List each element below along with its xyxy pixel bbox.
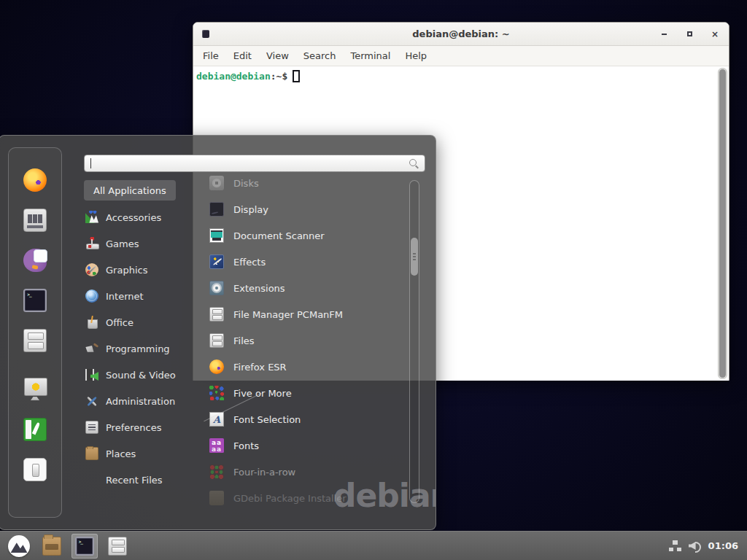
terminal-menu-edit[interactable]: Edit (228, 48, 257, 63)
category-programming[interactable]: Programming (84, 335, 205, 362)
app-item-files[interactable]: Files (205, 327, 425, 354)
preferences-icon (85, 421, 98, 434)
close-button[interactable]: × (710, 29, 720, 39)
favorite-screensaver[interactable] (23, 378, 47, 404)
app-item-file-manager-pcmanfm[interactable]: File Manager PCManFM (205, 301, 425, 327)
network-icon[interactable] (669, 540, 681, 551)
search-caret (90, 158, 91, 168)
category-office[interactable]: Office (84, 309, 205, 335)
distro-logo-icon (8, 535, 30, 557)
app-item-fonts[interactable]: Fonts (205, 432, 425, 459)
application-list-scrollbar-handle[interactable] (411, 238, 418, 276)
category-label: Preferences (106, 422, 161, 433)
category-label: Programming (106, 343, 170, 354)
prompt-user-host: debian@debian (196, 71, 271, 82)
category-graphics[interactable]: Graphics (84, 257, 205, 283)
menu-main: All ApplicationsAccessoriesGamesGraphics… (62, 136, 436, 529)
favorite-shutdown[interactable] (23, 458, 47, 484)
app-item-font-selection[interactable]: Font Selection (205, 406, 425, 432)
file-cabinet-icon (209, 307, 224, 322)
minimize-button[interactable] (659, 29, 669, 39)
app-item-label: Five or More (233, 388, 292, 399)
category-label: Administration (106, 396, 175, 407)
terminal-menu-terminal[interactable]: Terminal (345, 48, 395, 63)
category-preferences[interactable]: Preferences (84, 414, 205, 440)
favorite-logout[interactable] (23, 418, 47, 444)
app-item-label: Files (233, 335, 255, 346)
five-or-more-icon (209, 386, 224, 400)
programming-icon (85, 342, 98, 355)
favorite-pidgin[interactable] (23, 249, 47, 275)
category-recent-files[interactable]: Recent Files (84, 467, 205, 493)
terminal-menu-search[interactable]: Search (298, 48, 341, 63)
category-administration[interactable]: Administration (84, 388, 205, 414)
app-item-extensions[interactable]: Extensions (205, 275, 425, 301)
category-accessories[interactable]: Accessories (84, 204, 205, 230)
favorite-firefox[interactable] (23, 168, 47, 195)
category-label: Office (106, 317, 133, 328)
app-item-label: Four-in-a-row (233, 467, 295, 478)
app-item-disks[interactable]: Disks (205, 176, 425, 196)
administration-icon (85, 394, 98, 408)
category-label: Accessories (106, 212, 161, 223)
category-places[interactable]: Places (84, 440, 205, 467)
app-item-label: Fonts (233, 440, 259, 451)
office-icon (85, 316, 98, 329)
app-item-effects[interactable]: Effects (205, 249, 425, 275)
terminal-title: debian@debian: ~ (193, 28, 729, 39)
terminal-menu-file[interactable]: File (198, 48, 224, 63)
category-internet[interactable]: Internet (84, 283, 205, 309)
maximize-button[interactable] (684, 29, 694, 39)
taskbar-button-files[interactable] (104, 534, 131, 559)
app-item-document-scanner[interactable]: Document Scanner (205, 222, 425, 249)
search-input[interactable] (84, 155, 425, 172)
terminal-menubar: FileEditViewSearchTerminalHelp (193, 46, 729, 66)
volume-icon[interactable] (689, 540, 701, 551)
category-label: Recent Files (106, 475, 163, 486)
file-cabinet-icon (209, 333, 224, 348)
app-item-five-or-more[interactable]: Five or More (205, 380, 425, 406)
document-scanner-icon (209, 228, 224, 243)
app-item-four-in-a-row[interactable]: Four-in-a-row (205, 459, 425, 485)
firefox-icon (23, 168, 47, 192)
four-in-a-row-icon (209, 464, 224, 479)
app-item-label: Effects (233, 257, 266, 268)
app-item-gdebi-package-installer[interactable]: GDebi Package Installer (205, 485, 425, 511)
category-sound-video[interactable]: Sound & Video (84, 362, 205, 388)
app-item-label: Extensions (233, 283, 285, 294)
app-item-display[interactable]: Display (205, 196, 425, 222)
prompt-path: :~$ (271, 71, 287, 82)
display-icon (209, 202, 224, 217)
screensaver-icon (23, 378, 47, 401)
favorite-file-manager[interactable] (23, 329, 47, 355)
taskbar-button-menu[interactable] (6, 534, 32, 559)
terminal-titlebar[interactable]: debian@debian: ~ × (193, 23, 729, 46)
application-list: DisksDisplayDocument ScannerEffectsExten… (205, 176, 425, 511)
category-all-applications[interactable]: All Applications (84, 180, 176, 201)
application-list-wrap: DisksDisplayDocument ScannerEffectsExten… (205, 176, 425, 529)
taskbar-button-terminal[interactable] (71, 534, 98, 559)
terminal-dark-icon (23, 289, 47, 312)
app-item-label: Font Selection (233, 414, 301, 425)
pidgin-icon (23, 249, 47, 272)
app-item-firefox-esr[interactable]: Firefox ESR (205, 354, 425, 380)
accessories-icon (85, 211, 98, 224)
favorite-terminal[interactable] (23, 289, 47, 315)
search-icon (409, 158, 419, 168)
app-item-label: Display (233, 204, 268, 215)
app-item-label: Firefox ESR (233, 362, 287, 373)
category-label: Sound & Video (106, 370, 176, 381)
firefox-icon (209, 359, 224, 374)
category-games[interactable]: Games (84, 230, 205, 257)
clock[interactable]: 01:06 (708, 540, 738, 551)
terminal-menu-help[interactable]: Help (400, 48, 432, 63)
extensions-icon (209, 281, 224, 295)
terminal-menu-view[interactable]: View (261, 48, 294, 63)
terminal-cursor (293, 70, 300, 82)
folder-tan-icon (42, 537, 61, 556)
terminal-scrollbar[interactable] (718, 68, 727, 379)
favorite-software[interactable] (23, 209, 47, 235)
terminal-scrollbar-handle[interactable] (719, 69, 726, 378)
taskbar-button-file-manager[interactable] (39, 534, 65, 559)
application-list-scrollbar[interactable] (409, 180, 419, 503)
